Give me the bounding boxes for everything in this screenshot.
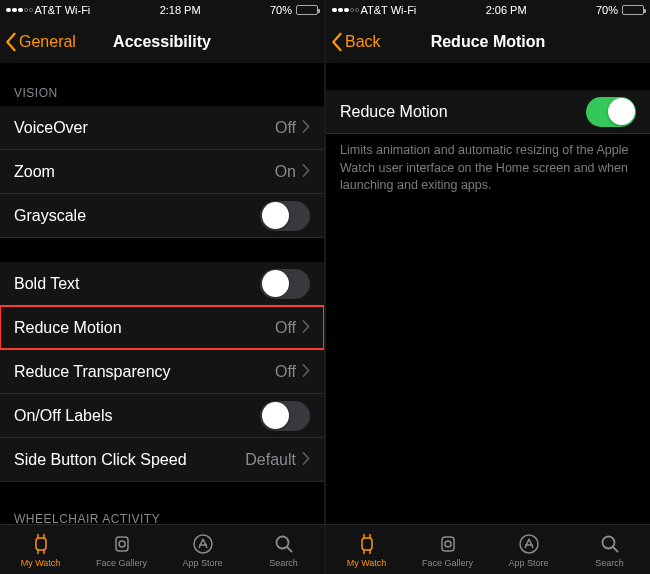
chevron-right-icon xyxy=(302,319,310,337)
battery-icon xyxy=(622,5,644,15)
toggle-reduce-motion[interactable] xyxy=(586,97,636,127)
battery-percent: 70% xyxy=(596,4,618,16)
svg-point-2 xyxy=(119,541,125,547)
tab-search[interactable]: Search xyxy=(243,525,324,574)
row-label: VoiceOver xyxy=(14,119,275,137)
watch-icon xyxy=(29,532,53,556)
carrier-label: AT&T Wi-Fi xyxy=(35,4,91,16)
carrier-label: AT&T Wi-Fi xyxy=(361,4,417,16)
search-icon xyxy=(272,532,296,556)
chevron-left-icon xyxy=(4,32,17,52)
tab-label: My Watch xyxy=(347,558,387,568)
back-button[interactable]: Back xyxy=(326,32,381,52)
row-zoom[interactable]: Zoom On xyxy=(0,150,324,194)
face-gallery-icon xyxy=(436,532,460,556)
row-label: On/Off Labels xyxy=(14,407,260,425)
chevron-right-icon xyxy=(302,451,310,469)
toggle-grayscale[interactable] xyxy=(260,201,310,231)
clock-label: 2:18 PM xyxy=(160,4,201,16)
tab-my-watch[interactable]: My Watch xyxy=(0,525,81,574)
clock-label: 2:06 PM xyxy=(486,4,527,16)
search-icon xyxy=(598,532,622,556)
back-button[interactable]: General xyxy=(0,32,76,52)
tab-label: Search xyxy=(595,558,624,568)
nav-bar: Back Reduce Motion xyxy=(326,20,650,64)
row-voiceover[interactable]: VoiceOver Off xyxy=(0,106,324,150)
toggle-bold-text[interactable] xyxy=(260,269,310,299)
face-gallery-icon xyxy=(110,532,134,556)
tab-label: App Store xyxy=(182,558,222,568)
tab-bar: My Watch Face Gallery App Store Search xyxy=(0,524,324,574)
row-label: Reduce Motion xyxy=(340,103,586,121)
tab-face-gallery[interactable]: Face Gallery xyxy=(407,525,488,574)
row-onoff-labels[interactable]: On/Off Labels xyxy=(0,394,324,438)
settings-list[interactable]: Reduce Motion Limits animation and autom… xyxy=(326,64,650,524)
tab-label: Face Gallery xyxy=(96,558,147,568)
tab-label: App Store xyxy=(508,558,548,568)
svg-point-9 xyxy=(602,536,614,548)
tab-bar: My Watch Face Gallery App Store Search xyxy=(326,524,650,574)
status-bar: AT&T Wi-Fi 2:18 PM 70% xyxy=(0,0,324,20)
app-store-icon xyxy=(517,532,541,556)
row-value: On xyxy=(275,163,296,181)
app-store-icon xyxy=(191,532,215,556)
svg-point-4 xyxy=(276,536,288,548)
screen-reduce-motion: AT&T Wi-Fi 2:06 PM 70% Back Reduce Motio… xyxy=(326,0,650,574)
section-header-wheelchair: WHEELCHAIR ACTIVITY xyxy=(0,482,324,524)
settings-list[interactable]: VISION VoiceOver Off Zoom On Grayscale B… xyxy=(0,64,324,524)
row-value: Off xyxy=(275,119,296,137)
tab-app-store[interactable]: App Store xyxy=(488,525,569,574)
chevron-left-icon xyxy=(330,32,343,52)
row-reduce-motion[interactable]: Reduce Motion xyxy=(326,90,650,134)
toggle-onoff-labels[interactable] xyxy=(260,401,310,431)
tab-label: My Watch xyxy=(21,558,61,568)
setting-description: Limits animation and automatic resizing … xyxy=(326,134,650,203)
row-value: Off xyxy=(275,363,296,381)
svg-rect-0 xyxy=(36,538,46,550)
tab-app-store[interactable]: App Store xyxy=(162,525,243,574)
row-bold-text[interactable]: Bold Text xyxy=(0,262,324,306)
row-reduce-motion[interactable]: Reduce Motion Off xyxy=(0,306,324,350)
tab-label: Face Gallery xyxy=(422,558,473,568)
tab-face-gallery[interactable]: Face Gallery xyxy=(81,525,162,574)
row-value: Off xyxy=(275,319,296,337)
row-label: Bold Text xyxy=(14,275,260,293)
row-label: Reduce Motion xyxy=(14,319,275,337)
signal-icon xyxy=(332,8,359,13)
nav-bar: General Accessibility xyxy=(0,20,324,64)
chevron-right-icon xyxy=(302,363,310,381)
svg-rect-6 xyxy=(442,537,454,551)
tab-label: Search xyxy=(269,558,298,568)
battery-icon xyxy=(296,5,318,15)
battery-percent: 70% xyxy=(270,4,292,16)
tab-search[interactable]: Search xyxy=(569,525,650,574)
svg-point-7 xyxy=(445,541,451,547)
svg-point-3 xyxy=(194,535,212,553)
row-label: Zoom xyxy=(14,163,275,181)
svg-point-8 xyxy=(520,535,538,553)
row-value: Default xyxy=(245,451,296,469)
section-header-vision: VISION xyxy=(0,64,324,106)
back-label: General xyxy=(19,33,76,51)
row-reduce-transparency[interactable]: Reduce Transparency Off xyxy=(0,350,324,394)
row-label: Grayscale xyxy=(14,207,260,225)
tab-my-watch[interactable]: My Watch xyxy=(326,525,407,574)
back-label: Back xyxy=(345,33,381,51)
screen-accessibility: AT&T Wi-Fi 2:18 PM 70% General Accessibi… xyxy=(0,0,324,574)
row-label: Side Button Click Speed xyxy=(14,451,245,469)
watch-icon xyxy=(355,532,379,556)
status-bar: AT&T Wi-Fi 2:06 PM 70% xyxy=(326,0,650,20)
row-side-button-click-speed[interactable]: Side Button Click Speed Default xyxy=(0,438,324,482)
row-grayscale[interactable]: Grayscale xyxy=(0,194,324,238)
signal-icon xyxy=(6,8,33,13)
svg-rect-5 xyxy=(362,538,372,550)
svg-rect-1 xyxy=(116,537,128,551)
chevron-right-icon xyxy=(302,119,310,137)
row-label: Reduce Transparency xyxy=(14,363,275,381)
chevron-right-icon xyxy=(302,163,310,181)
